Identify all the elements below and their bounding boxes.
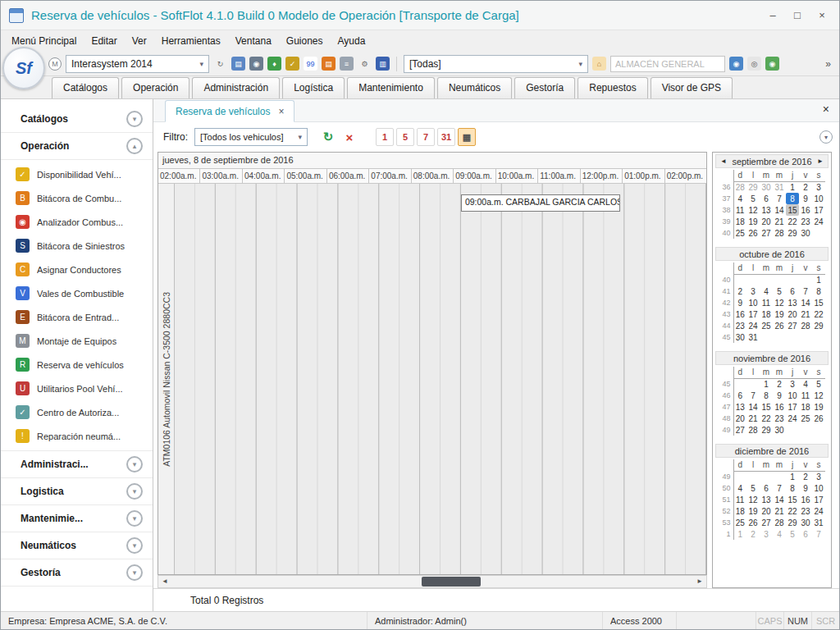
search-page-icon[interactable]: ◎ <box>747 57 761 71</box>
menu-item-ayuda[interactable]: Ayuda <box>331 32 373 50</box>
calendar-day[interactable]: 12 <box>812 390 825 401</box>
chevron-down-icon[interactable]: ▾ <box>126 111 143 127</box>
calendar-day[interactable]: 18 <box>733 505 746 517</box>
chevron-down-icon[interactable]: ▾ <box>126 510 143 527</box>
calendar-day[interactable]: 23 <box>799 216 812 227</box>
calendar-day[interactable]: 10 <box>812 193 825 204</box>
calendar-day[interactable]: 31 <box>746 331 760 343</box>
calendar-day[interactable]: 25 <box>760 320 773 331</box>
collapse-panel-icon[interactable]: ▾ <box>819 130 833 144</box>
next-month-icon[interactable]: ► <box>817 158 824 165</box>
calendar-day[interactable]: 29 <box>786 517 799 528</box>
calendar-day[interactable]: 28 <box>799 320 812 331</box>
sidebar-item-entry-log[interactable]: EBitácora de Entrad... <box>1 305 153 329</box>
calendar-day[interactable]: 6 <box>733 390 746 401</box>
calendar-day[interactable]: 2 <box>746 528 760 540</box>
session-icon[interactable]: M <box>48 57 62 71</box>
calendar-day[interactable]: 27 <box>760 227 773 239</box>
calendar-day[interactable]: 8 <box>786 193 799 204</box>
calendar-day[interactable]: 27 <box>786 320 799 331</box>
calendar-day[interactable]: 2 <box>799 181 812 193</box>
calendar-day[interactable]: 25 <box>799 413 812 424</box>
calendar-day[interactable]: 21 <box>799 308 812 320</box>
sidebar-item-authorization-center[interactable]: ✓Centro de Autoriza... <box>1 400 153 424</box>
calendar-day[interactable]: 29 <box>760 424 773 436</box>
calendar-day[interactable]: 10 <box>812 482 825 494</box>
calendar-day[interactable]: 13 <box>786 297 799 308</box>
calendar-day[interactable]: 31 <box>812 517 825 528</box>
home-icon[interactable]: ⌂ <box>592 57 606 71</box>
calendar-day[interactable]: 6 <box>786 285 799 297</box>
calendar-day[interactable]: 24 <box>746 320 760 331</box>
sidebar-item-vehicle-pool[interactable]: UUtilitarios Pool Vehí... <box>1 377 153 400</box>
calendar-day[interactable]: 20 <box>760 216 773 227</box>
sidebar-section-logistica[interactable]: Logistica▾ <box>1 478 153 505</box>
calendar-day[interactable]: 5 <box>812 378 825 390</box>
sidebar-item-tire-repair[interactable]: !Reparación neumá... <box>1 424 153 448</box>
calendar-day[interactable]: 3 <box>760 528 773 540</box>
calendar-day[interactable]: 29 <box>812 320 825 331</box>
calendar-day[interactable]: 18 <box>733 216 746 227</box>
prev-month-icon[interactable]: ◄ <box>720 158 727 165</box>
warehouse-input[interactable] <box>610 56 725 72</box>
chevron-down-icon[interactable]: ▾ <box>126 537 143 554</box>
calendar-day[interactable]: 16 <box>773 401 786 413</box>
calendar-day[interactable]: 1 <box>786 471 799 482</box>
monitor-icon[interactable]: ▥ <box>376 57 390 71</box>
calendar-day[interactable]: 15 <box>786 494 799 505</box>
calendar-day[interactable]: 29 <box>746 181 760 193</box>
calendar-day[interactable]: 24 <box>786 413 799 424</box>
calendar-day[interactable]: 7 <box>773 482 786 494</box>
appointment[interactable]: 09:00a.m. CARBAJAL GARCIA CARLOS <box>461 194 620 212</box>
calendar-day[interactable]: 27 <box>760 517 773 528</box>
toolbar-overflow-button[interactable]: » <box>822 57 834 71</box>
calendar-day[interactable]: 12 <box>773 297 786 308</box>
calendar-day[interactable]: 16 <box>799 204 812 216</box>
calendar-day[interactable]: 14 <box>773 494 786 505</box>
sidebar-section-gestoría[interactable]: Gestoría▾ <box>1 559 153 587</box>
tab-catálogos[interactable]: Catálogos <box>52 77 119 98</box>
calendar-day[interactable]: 17 <box>746 308 760 320</box>
calendar-day[interactable]: 3 <box>786 378 799 390</box>
calendar-day[interactable]: 26 <box>746 517 760 528</box>
calendar-day[interactable]: 28 <box>773 227 786 239</box>
menu-item-editar[interactable]: Editar <box>84 32 124 50</box>
calendar-day[interactable]: 10 <box>746 297 760 308</box>
sidebar-section-neumáticos[interactable]: Neumáticos▾ <box>1 532 153 559</box>
calendar-day[interactable]: 5 <box>786 528 799 540</box>
calendar-day[interactable]: 1 <box>786 181 799 193</box>
numbers-icon[interactable]: 99 <box>304 57 317 71</box>
horizontal-scrollbar[interactable]: ◄ ► <box>158 575 707 588</box>
calendar-day[interactable]: 19 <box>773 308 786 320</box>
calendar-day[interactable]: 7 <box>812 528 825 540</box>
calendar-day[interactable]: 6 <box>799 528 812 540</box>
scroll-left-icon[interactable]: ◄ <box>158 576 171 587</box>
calendar-day[interactable]: 2 <box>733 285 746 297</box>
panel-close-icon[interactable]: × <box>823 103 829 115</box>
scrollbar-track[interactable] <box>171 576 693 587</box>
users-icon[interactable]: ♦ <box>267 57 281 71</box>
calendar-day[interactable]: 23 <box>733 320 746 331</box>
scheduler-grid[interactable]: 09:00a.m. CARBAJAL GARCIA CARLOS <box>175 184 706 574</box>
timeline-view-button[interactable]: ▦ <box>458 128 476 146</box>
calendar-day[interactable]: 21 <box>773 505 786 517</box>
calendar-day[interactable]: 30 <box>773 424 786 436</box>
calendar-day[interactable]: 16 <box>733 308 746 320</box>
calendar-day[interactable]: 21 <box>773 216 786 227</box>
chevron-down-icon[interactable]: ▾ <box>576 60 585 68</box>
calendar-day[interactable]: 23 <box>773 413 786 424</box>
chevron-down-icon[interactable]: ▾ <box>295 133 304 141</box>
calendar-day[interactable]: 3 <box>746 285 760 297</box>
calendar-day[interactable]: 29 <box>786 227 799 239</box>
calendar-day[interactable]: 9 <box>773 390 786 401</box>
globe-add-icon[interactable]: ◉ <box>765 57 779 71</box>
calendar-day[interactable]: 28 <box>773 517 786 528</box>
calendar-day[interactable]: 5 <box>746 482 760 494</box>
calendar-day[interactable]: 15 <box>760 401 773 413</box>
calendar-day[interactable]: 19 <box>812 401 825 413</box>
calendar-day[interactable]: 11 <box>733 494 746 505</box>
calendar-day[interactable]: 12 <box>746 494 760 505</box>
calendar-day[interactable]: 22 <box>760 413 773 424</box>
close-button[interactable]: × <box>810 6 834 25</box>
calendar-day[interactable]: 2 <box>773 378 786 390</box>
